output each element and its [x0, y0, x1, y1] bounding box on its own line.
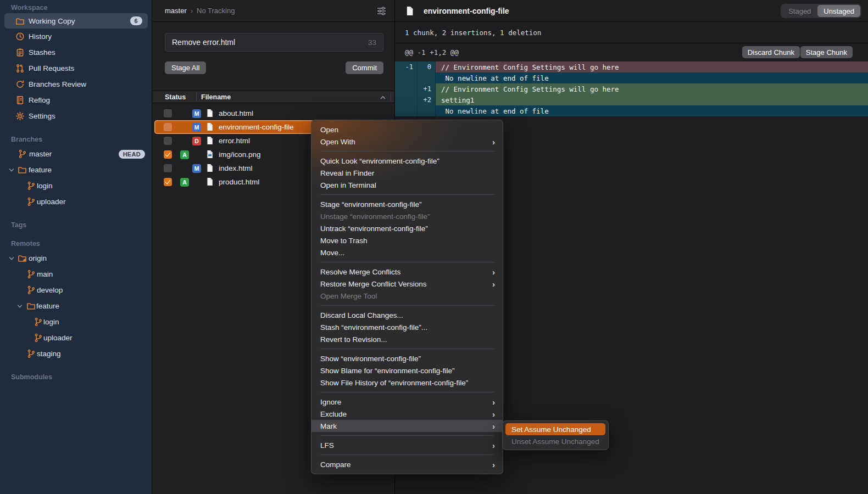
branch-master[interactable]: master HEAD [0, 146, 152, 162]
table-row-about[interactable]: M about.html [153, 106, 394, 120]
sidebar-item-history[interactable]: History [0, 29, 152, 44]
menu-item-compare[interactable]: Compare› [311, 458, 503, 470]
folder-icon [26, 301, 36, 311]
chevron-right-icon: › [492, 461, 495, 469]
chunk-header-bar: @@ -1 +1,2 @@ Discard Chunk Stage Chunk [395, 43, 868, 61]
menu-separator [320, 392, 494, 392]
chevron-right-icon: › [492, 138, 495, 146]
remote-branch-login[interactable]: login [0, 314, 152, 330]
menu-separator [320, 435, 494, 436]
tags-section-label: Tags [0, 218, 152, 232]
menu-item-open-with[interactable]: Open With› [311, 136, 503, 148]
sidebar-item-label: Working Copy [29, 17, 75, 25]
breadcrumb-tracking[interactable]: No Tracking [197, 7, 235, 15]
filename-column-header[interactable]: Filename [201, 93, 231, 101]
column-divider [391, 93, 391, 101]
menu-item-ignore[interactable]: Ignore› [311, 396, 503, 408]
stage-checkbox[interactable] [164, 178, 172, 186]
git-branch-icon [18, 149, 27, 159]
chevron-down-icon[interactable] [17, 304, 23, 308]
remote-branch-main[interactable]: main [0, 266, 152, 282]
menu-item-show-file[interactable]: Show “environment-config-file” [311, 352, 503, 364]
menu-separator [320, 454, 494, 455]
menu-item-quick-look[interactable]: Quick Look “environment-config-file” [311, 155, 503, 167]
branch-feature-uploader[interactable]: uploader [0, 194, 152, 210]
sidebar-item-working-copy[interactable]: Working Copy 6 [4, 13, 148, 29]
menu-item-move[interactable]: Move... [311, 246, 503, 259]
filter-icon[interactable] [376, 6, 387, 16]
git-branch-icon [34, 317, 43, 327]
diff-line-deleted[interactable]: -1 0 // Environment Config Settings will… [395, 61, 868, 72]
submenu-item-set-assume-unchanged[interactable]: Set Assume Unchanged [505, 423, 605, 435]
tab-staged[interactable]: Staged [782, 7, 817, 15]
remote-branch-uploader[interactable]: uploader [0, 330, 152, 346]
git-branch-icon [26, 285, 36, 295]
sidebar-item-reflog[interactable]: Reflog [0, 92, 152, 108]
stage-checkbox[interactable] [164, 164, 172, 172]
menu-item-open[interactable]: Open [311, 124, 503, 136]
diff-line-added[interactable]: +2 setting1 [395, 94, 868, 105]
diff-line-no-newline: No newline at end of file [395, 72, 868, 83]
breadcrumb-branch[interactable]: master [165, 7, 187, 15]
menu-item-resolve-merge-conflicts[interactable]: Resolve Merge Conflicts› [311, 266, 503, 278]
stage-checkbox[interactable] [164, 109, 172, 117]
menu-item-discard-local-changes[interactable]: Discard Local Changes... [311, 309, 503, 321]
menu-item-exclude[interactable]: Exclude› [311, 408, 503, 420]
file-table-header[interactable]: Status Filename [153, 91, 394, 103]
tab-unstaged[interactable]: Unstaged [817, 5, 860, 17]
chevron-right-icon: › [492, 268, 495, 276]
commit-button[interactable]: Commit [346, 61, 383, 74]
menu-item-stage-file[interactable]: Stage “environment-config-file” [311, 198, 503, 210]
menu-item-untrack-file[interactable]: Untrack “environment-config-file” [311, 222, 503, 234]
menu-separator [320, 305, 494, 306]
sidebar: Workspace Working Copy 6 History Stashes… [0, 0, 152, 494]
menu-item-mark[interactable]: Mark› [311, 420, 503, 432]
menu-separator [320, 151, 494, 151]
branch-feature-login[interactable]: login [0, 178, 152, 194]
sidebar-item-label: Settings [29, 112, 55, 120]
stage-all-button[interactable]: Stage All [165, 61, 206, 74]
menu-item-open-in-terminal[interactable]: Open in Terminal [311, 179, 503, 191]
menu-item-revert-to-revision[interactable]: Revert to Revision... [311, 333, 503, 345]
menu-item-reveal-in-finder[interactable]: Reveal in Finder [311, 167, 503, 179]
menu-item-show-file-history[interactable]: Show File History of “environment-config… [311, 377, 503, 389]
chunk-range: @@ -1 +1,2 @@ [405, 48, 459, 57]
menu-item-restore-merge-conflict-versions[interactable]: Restore Merge Conflict Versions› [311, 278, 503, 290]
sort-up-icon[interactable] [380, 96, 386, 99]
remote-folder-feature[interactable]: feature [0, 298, 152, 314]
clipboard-icon [15, 48, 25, 57]
stage-checkbox[interactable] [164, 137, 172, 145]
stage-checkbox[interactable] [164, 123, 172, 131]
status-column-header[interactable]: Status [165, 93, 186, 101]
chevron-down-icon[interactable] [9, 168, 14, 172]
commit-message-input[interactable]: Remove error.html 33 [165, 33, 383, 52]
git-branch-icon [26, 181, 36, 190]
journal-icon [15, 96, 25, 105]
menu-separator [320, 349, 494, 349]
submodules-section-label: Submodules [0, 370, 152, 384]
menu-item-stash-file[interactable]: Stash “environment-config-file”... [311, 321, 503, 333]
sidebar-item-pull-requests[interactable]: Pull Requests [0, 60, 152, 76]
staged-unstaged-toggle[interactable]: Staged Unstaged [781, 4, 861, 18]
menu-item-show-blame[interactable]: Show Blame for “environment-config-file” [311, 364, 503, 377]
diff-line-added[interactable]: +1 // Environment Config Settings will g… [395, 83, 868, 94]
pull-request-icon [15, 64, 25, 73]
stage-checkbox[interactable] [164, 150, 172, 159]
sidebar-item-branches-review[interactable]: Branches Review [0, 76, 152, 92]
branches-section-label: Branches [0, 133, 152, 146]
column-divider[interactable] [196, 93, 197, 101]
new-line-number: +2 [417, 94, 436, 105]
remote-branch-staging[interactable]: staging [0, 346, 152, 362]
remote-folder-icon [18, 254, 27, 263]
remote-branch-develop[interactable]: develop [0, 282, 152, 298]
menu-item-move-to-trash[interactable]: Move to Trash [311, 234, 503, 246]
sidebar-item-stashes[interactable]: Stashes [0, 44, 152, 60]
discard-chunk-button[interactable]: Discard Chunk [742, 46, 800, 58]
branch-folder-feature[interactable]: feature [0, 162, 152, 178]
remote-origin[interactable]: origin [0, 250, 152, 266]
menu-item-lfs[interactable]: LFS› [311, 439, 503, 451]
stage-chunk-button[interactable]: Stage Chunk [800, 46, 853, 58]
sidebar-item-settings[interactable]: Settings [0, 108, 152, 124]
chevron-down-icon[interactable] [9, 256, 14, 261]
status-badge: M [192, 109, 201, 118]
